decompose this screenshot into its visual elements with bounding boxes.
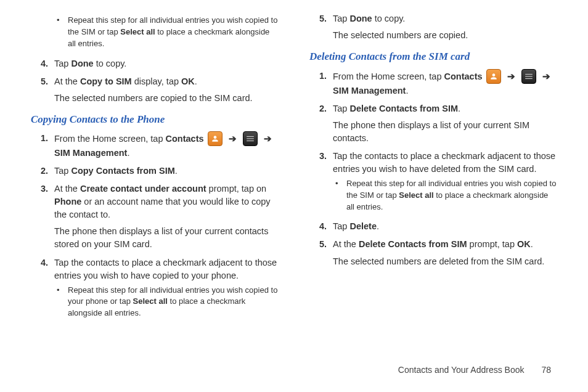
footer-section: Contacts and Your Address Book	[398, 365, 525, 375]
step-text: Tap the contacts to place a checkmark ad…	[54, 258, 277, 280]
step-text: .	[127, 148, 129, 158]
bullet-item: Repeat this step for all individual entr…	[54, 15, 279, 50]
bold-text: SIM Management	[333, 86, 406, 96]
step-text: Tap	[333, 221, 349, 231]
arrow-icon: ➔	[261, 133, 274, 144]
bold-text: Delete	[349, 221, 377, 231]
list-item: 4. Tap the contacts to place a checkmark…	[31, 256, 279, 322]
step-text: or an account name that you would like t…	[54, 197, 271, 219]
list-item: 1. From the Home screen, tap Contacts ➔ …	[309, 70, 557, 97]
step-text: .	[377, 221, 379, 231]
step-text: .	[406, 86, 408, 96]
section-heading: Deleting Contacts from the SIM card	[309, 49, 557, 65]
page-number: 78	[541, 365, 551, 375]
page-footer: Contacts and Your Address Book 78	[398, 365, 551, 375]
bold-text: Select all	[120, 27, 155, 36]
step-text: Tap	[54, 59, 71, 68]
step-subtext: The selected numbers are copied.	[333, 29, 557, 42]
step-number: 4.	[309, 220, 333, 233]
list-item: 5. At the Copy to SIM display, tap OK. T…	[31, 75, 279, 105]
step-text: Tap	[333, 14, 349, 23]
arrow-icon: ➔	[226, 133, 239, 144]
left-column: Repeat this step for all individual entr…	[31, 12, 279, 327]
step-text: .	[175, 166, 178, 176]
step-subtext: The selected numbers are deleted from th…	[333, 255, 557, 268]
step-text: Tap	[333, 104, 349, 113]
step-text: From the Home screen, tap	[54, 134, 166, 144]
step-number: 1.	[31, 132, 54, 160]
section-heading: Copying Contacts to the Phone	[31, 112, 279, 128]
step-number: 4.	[31, 57, 54, 70]
svg-rect-4	[525, 76, 533, 76]
step-subtext: The phone then displays a list of your c…	[333, 119, 557, 145]
bold-text: Contacts	[444, 71, 483, 81]
step-text: Tap the contacts to place a checkmark ad…	[333, 151, 555, 174]
step-number: 2.	[31, 165, 54, 178]
bold-text: Select all	[133, 296, 168, 306]
list-item: 1. From the Home screen, tap Contacts ➔ …	[31, 132, 279, 160]
step-subtext: The selected numbers are copied to the S…	[54, 92, 279, 105]
step-text: display, tap	[132, 76, 181, 86]
bold-text: Contacts	[166, 134, 204, 144]
svg-rect-5	[525, 78, 533, 79]
bold-text: Create contact under account	[80, 184, 206, 194]
step-text: to copy.	[94, 59, 127, 68]
bold-text: Copy Contacts from SIM	[71, 166, 174, 176]
step-number: 5.	[309, 238, 333, 267]
step-number: 4.	[31, 256, 54, 322]
step-number: 1.	[309, 70, 333, 97]
arrow-icon: ➔	[540, 71, 553, 81]
svg-rect-3	[525, 74, 533, 75]
contacts-icon	[208, 131, 223, 146]
contacts-icon	[486, 69, 501, 84]
step-text: At the	[54, 76, 80, 86]
step-number: 5.	[31, 75, 54, 105]
list-item: 4. Tap Done to copy.	[31, 57, 279, 70]
menu-icon	[521, 69, 536, 84]
list-item: 5. Tap Done to copy. The selected number…	[309, 12, 557, 42]
list-item: 3. Tap the contacts to place a checkmark…	[309, 150, 557, 216]
bullet-item: Repeat this step for all individual entr…	[54, 285, 279, 320]
bold-text: Phone	[54, 197, 81, 206]
arrow-icon: ➔	[505, 71, 518, 81]
bullet-item: Repeat this step for all individual entr…	[333, 178, 557, 213]
svg-rect-2	[247, 141, 254, 141]
bold-text: OK	[181, 76, 195, 86]
list-item: 2. Tap Copy Contacts from SIM.	[31, 165, 279, 178]
bold-text: Delete Contacts from SIM	[359, 239, 467, 249]
list-item: Repeat this step for all individual entr…	[31, 12, 279, 52]
right-column: 5. Tap Done to copy. The selected number…	[309, 12, 557, 327]
bold-text: Delete Contacts from SIM	[349, 104, 458, 113]
step-text: At the	[333, 239, 359, 249]
bold-text: Copy to SIM	[80, 76, 132, 86]
bold-text: Done	[349, 14, 372, 23]
step-text: From the Home screen, tap	[333, 71, 444, 81]
svg-rect-1	[247, 139, 254, 139]
menu-icon	[243, 131, 258, 146]
list-item: 4. Tap Delete.	[309, 220, 557, 233]
list-item: 2. Tap Delete Contacts from SIM. The pho…	[309, 102, 557, 145]
bold-text: OK	[517, 239, 531, 249]
page-content: Repeat this step for all individual entr…	[0, 0, 588, 364]
bold-text: Select all	[399, 190, 433, 200]
bold-text: Done	[71, 59, 93, 68]
step-text: prompt, tap on	[206, 184, 267, 194]
step-subtext: The phone then displays a list of your c…	[54, 225, 279, 251]
step-number: 3.	[31, 182, 54, 251]
list-item: 3. At the Create contact under account p…	[31, 182, 279, 251]
step-text: At the	[54, 184, 80, 194]
step-text: .	[195, 76, 197, 86]
step-number: 3.	[309, 150, 333, 216]
bold-text: SIM Management	[54, 148, 127, 158]
svg-rect-0	[247, 136, 254, 137]
step-text: prompt, tap	[467, 239, 517, 249]
step-text: Tap	[54, 166, 71, 176]
step-number: 5.	[309, 12, 333, 42]
step-text: to copy.	[372, 14, 406, 23]
list-item: 5. At the Delete Contacts from SIM promp…	[309, 238, 557, 267]
step-text: .	[531, 239, 533, 249]
step-number: 2.	[309, 102, 333, 145]
step-text: .	[458, 104, 460, 113]
